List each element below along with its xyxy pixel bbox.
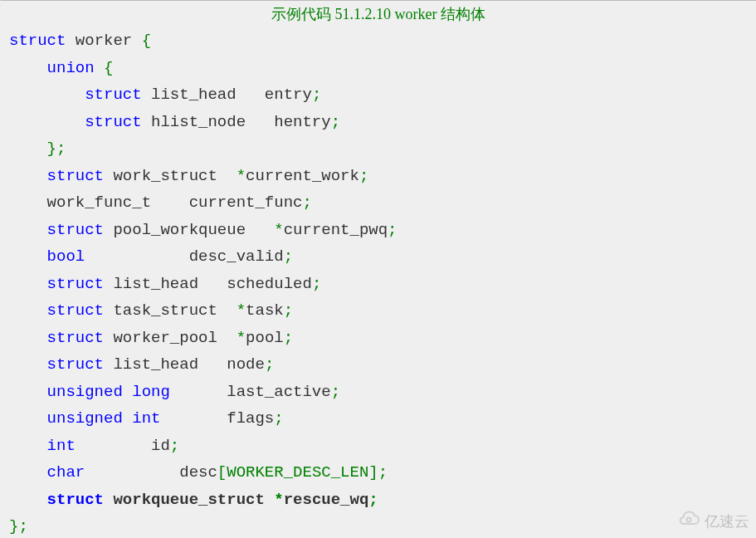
member-desc: desc bbox=[85, 463, 217, 482]
keyword-struct: struct bbox=[47, 329, 104, 347]
member-flags: flags bbox=[160, 409, 274, 428]
keyword-bool: bool bbox=[47, 247, 85, 266]
star: * bbox=[237, 329, 246, 347]
bracket-open: [ bbox=[217, 463, 227, 482]
type-worker-pool: worker_pool bbox=[104, 329, 237, 347]
member-last-active: last_active bbox=[170, 383, 331, 401]
semicolon: ; bbox=[265, 355, 274, 374]
brace-open: { bbox=[104, 59, 113, 77]
member-node: list_head node bbox=[104, 355, 265, 374]
member-scheduled: list_head scheduled bbox=[104, 275, 312, 293]
keyword-union: union bbox=[47, 59, 95, 77]
code-title: 示例代码 51.1.2.10 worker 结构体 bbox=[1, 1, 756, 27]
keyword-struct: struct bbox=[47, 167, 104, 185]
type-pool-workqueue: pool_workqueue bbox=[104, 221, 274, 239]
svg-point-0 bbox=[687, 518, 691, 522]
keyword-struct: struct bbox=[47, 355, 104, 374]
keyword-struct: struct bbox=[85, 113, 141, 131]
keyword-struct: struct bbox=[85, 86, 141, 104]
semicolon: ; bbox=[331, 383, 340, 401]
constant-worker-desc-len: WORKER_DESC_LEN bbox=[227, 463, 368, 482]
member-desc-valid: desc_valid bbox=[85, 247, 283, 266]
keyword-unsigned-int: unsigned int bbox=[47, 409, 161, 428]
star: * bbox=[237, 167, 246, 185]
brace-close-semi: }; bbox=[47, 139, 66, 158]
semicolon: ; bbox=[302, 193, 311, 212]
semicolon: ; bbox=[312, 86, 321, 104]
member-current-func: work_func_t current_func bbox=[9, 193, 302, 212]
bracket-close-semi: ]; bbox=[368, 463, 388, 482]
keyword-struct: struct bbox=[9, 32, 66, 50]
cloud-icon bbox=[676, 511, 701, 531]
semicolon: ; bbox=[359, 167, 368, 185]
semicolon: ; bbox=[284, 329, 293, 347]
type-work-struct: work_struct bbox=[104, 167, 237, 185]
member-current-work: current_work bbox=[246, 167, 359, 185]
watermark: 亿速云 bbox=[676, 511, 749, 531]
code-document: 示例代码 51.1.2.10 worker 结构体 struct worker … bbox=[0, 0, 756, 538]
semicolon: ; bbox=[170, 437, 179, 455]
semicolon: ; bbox=[331, 113, 340, 131]
member-current-pwq: current_pwq bbox=[284, 221, 388, 239]
semicolon-bold: ; bbox=[368, 491, 378, 509]
watermark-text: 亿速云 bbox=[705, 511, 749, 531]
member-id: id bbox=[76, 437, 170, 455]
keyword-struct: struct bbox=[47, 221, 104, 239]
member-rescue-wq: rescue_wq bbox=[284, 491, 369, 509]
star: * bbox=[274, 221, 283, 239]
brace-close-semi: }; bbox=[9, 517, 28, 536]
member-task: task bbox=[246, 301, 284, 320]
semicolon: ; bbox=[284, 301, 293, 320]
semicolon: ; bbox=[284, 247, 293, 266]
member-pool: pool bbox=[246, 329, 284, 347]
member-entry: list_head entry bbox=[142, 86, 312, 104]
keyword-struct: struct bbox=[47, 275, 104, 293]
semicolon: ; bbox=[388, 221, 397, 239]
type-workqueue-struct: workqueue_struct bbox=[104, 491, 274, 509]
keyword-int: int bbox=[47, 437, 76, 455]
member-hentry: hlist_node hentry bbox=[142, 113, 331, 131]
star: * bbox=[237, 301, 246, 320]
identifier-worker: worker bbox=[66, 32, 141, 50]
semicolon: ; bbox=[312, 275, 321, 293]
type-task-struct: task_struct bbox=[104, 301, 237, 320]
keyword-unsigned-long: unsigned long bbox=[47, 383, 170, 401]
keyword-struct: struct bbox=[47, 301, 104, 320]
semicolon: ; bbox=[274, 409, 283, 428]
code-block: struct worker { union { struct list_head… bbox=[1, 27, 756, 538]
keyword-char: char bbox=[47, 463, 85, 482]
star-bold: * bbox=[274, 491, 283, 509]
keyword-struct-bold: struct bbox=[47, 491, 104, 509]
brace-open: { bbox=[142, 32, 151, 50]
